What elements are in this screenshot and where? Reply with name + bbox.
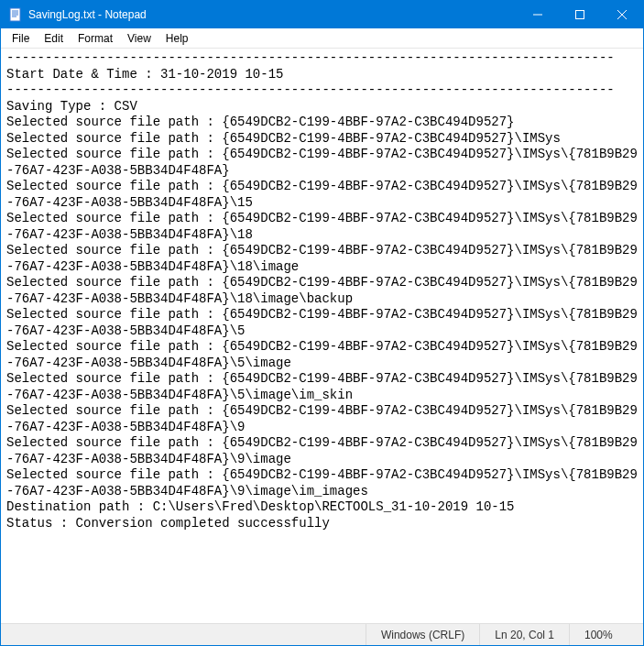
window-title: SavingLog.txt - Notepad xyxy=(28,8,517,21)
status-cursor: Ln 20, Col 1 xyxy=(480,624,570,645)
status-spacer xyxy=(1,624,366,645)
window-controls xyxy=(517,1,643,28)
menu-file[interactable]: File xyxy=(5,30,37,47)
status-encoding: Windows (CRLF) xyxy=(366,624,480,645)
maximize-button[interactable] xyxy=(559,1,601,28)
notepad-icon xyxy=(8,7,23,22)
menu-edit[interactable]: Edit xyxy=(37,30,71,47)
titlebar[interactable]: SavingLog.txt - Notepad xyxy=(1,1,643,28)
svg-rect-6 xyxy=(576,11,584,19)
statusbar: Windows (CRLF) Ln 20, Col 1 100% xyxy=(1,623,643,645)
status-zoom: 100% xyxy=(570,624,643,645)
menu-view[interactable]: View xyxy=(120,30,158,47)
menu-help[interactable]: Help xyxy=(158,30,196,47)
menubar: File Edit Format View Help xyxy=(1,28,643,49)
menu-format[interactable]: Format xyxy=(71,30,120,47)
notepad-window: SavingLog.txt - Notepad File Edit Format… xyxy=(0,0,644,646)
text-editor-area[interactable]: ----------------------------------------… xyxy=(1,49,643,623)
minimize-button[interactable] xyxy=(517,1,559,28)
close-button[interactable] xyxy=(601,1,643,28)
